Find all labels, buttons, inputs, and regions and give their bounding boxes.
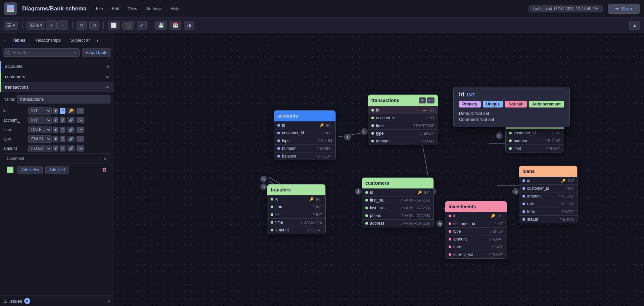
sidebar-item-accounts[interactable]: accounts	[0, 61, 114, 72]
delete-table-btn[interactable]: 🗑	[102, 167, 107, 173]
tab-relationships[interactable]: Relationships	[31, 36, 65, 45]
redo-btn[interactable]: ↻	[89, 21, 99, 30]
field-key-account[interactable]: 🔗	[67, 117, 75, 123]
field-trans2-time[interactable]: time ? DATETIME	[267, 218, 325, 226]
field-key-time[interactable]: 🔗	[67, 127, 75, 133]
field-type-type[interactable]: ENUM	[28, 135, 52, 143]
field-inv-id[interactable]: id 🔑 INT	[445, 212, 507, 220]
connect-tool-btn[interactable]: ⤢	[137, 21, 147, 30]
field-loan-amount[interactable]: amount ? FLOAT	[519, 192, 577, 200]
field-more-type[interactable]: ⋯	[77, 136, 84, 142]
table-loans[interactable]: loans id 🔑 INT customer_id ? INT amount …	[519, 166, 578, 223]
field-dropdown-account[interactable]: ▾	[53, 117, 58, 123]
menu-edit[interactable]: Edit	[110, 5, 121, 12]
field-partial-customer_id[interactable]: customer_id ? INT	[506, 129, 564, 137]
field-dropdown-id[interactable]: ▾	[53, 108, 58, 114]
table-accounts[interactable]: accounts id 🔑 INT customer_id ? INT type…	[274, 110, 336, 160]
badge-unique[interactable]: Unique	[483, 101, 503, 107]
table-transfers[interactable]: transfers id 🔑 INT from ? INT to ? INT t…	[267, 184, 326, 234]
sidebar-item-transactions[interactable]: transactions	[0, 82, 114, 92]
collapse-btn[interactable]: ▲	[629, 21, 640, 30]
field-trans2-id[interactable]: id 🔑 INT	[267, 195, 325, 203]
field-inv-customer_id[interactable]: customer_id ? INT	[445, 220, 507, 227]
field-cust-firstname[interactable]: first_na... ? VARCHAR(255)	[362, 196, 433, 204]
zoom-value-btn[interactable]: 82% ▾	[27, 21, 45, 30]
field-trans2-to[interactable]: to ? INT	[267, 211, 325, 218]
field-type-id[interactable]: INT	[28, 107, 52, 115]
badge-autoincrement[interactable]: Autoincrement	[529, 101, 564, 107]
field-trans-amount[interactable]: amount ? FLOAT	[368, 137, 438, 145]
field-more-id[interactable]: ⋯	[77, 108, 84, 114]
field-key-id[interactable]: 🔑	[67, 108, 75, 114]
canvas[interactable]: 1 n n n 1 1 n n n accounts id 🔑 INT cust…	[114, 33, 644, 306]
field-loan-customer_id[interactable]: customer_id ? INT	[519, 184, 577, 192]
select-tool-btn[interactable]: ⬜	[108, 21, 120, 30]
field-dropdown-time[interactable]: ▾	[53, 127, 58, 133]
field-inv-currentval[interactable]: current_val ? FLOAT	[445, 251, 507, 258]
field-loan-rate[interactable]: rate ? FLOAT	[519, 200, 577, 208]
field-type-amount[interactable]: FLOAT	[28, 145, 52, 152]
field-more-time[interactable]: ⋯	[77, 127, 84, 133]
field-accounts-number[interactable]: number ? BIGINT	[274, 144, 335, 152]
add-table-button[interactable]: + Add table	[82, 48, 111, 57]
zoom-out-btn[interactable]: －	[57, 20, 68, 30]
share-button[interactable]: Share	[608, 4, 640, 14]
field-accounts-id[interactable]: id 🔑 INT	[274, 121, 335, 129]
field-partial-number[interactable]: number ? BIGINT	[506, 137, 564, 144]
toolbar-menu-btn[interactable]: ☰ ▾	[4, 21, 18, 30]
field-loan-id[interactable]: id 🔑 INT	[519, 177, 577, 184]
issues-bar[interactable]: ⚠ Issues 0	[0, 296, 114, 306]
field-q-account[interactable]: ?	[60, 117, 65, 123]
field-trans-account_id[interactable]: account_id ? INT	[368, 114, 438, 122]
field-key-type[interactable]: 🔗	[67, 136, 75, 142]
search-dropdown-icon[interactable]	[74, 51, 77, 54]
save-btn[interactable]: 💾	[155, 21, 167, 30]
edit-transactions-btn[interactable]: ✏	[419, 97, 426, 103]
field-trans2-amount[interactable]: amount ? FLOAT	[267, 226, 325, 234]
field-cust-lastname[interactable]: last_na... ? VARCHAR(255)	[362, 204, 433, 212]
contrast-btn[interactable]: ◑	[184, 21, 194, 30]
field-q-id[interactable]: ?	[60, 108, 65, 114]
tab-subject[interactable]: Subject ar	[66, 36, 94, 45]
field-cust-address[interactable]: address ? VARCHAR(255)	[362, 219, 433, 227]
menu-help[interactable]: Help	[169, 5, 181, 12]
comment-section[interactable]: Comment	[3, 153, 110, 164]
field-q-time[interactable]: ?	[60, 127, 65, 133]
table-investments[interactable]: investments id 🔑 INT customer_id ? INT t…	[445, 201, 507, 259]
field-trans-id[interactable]: id — INT	[368, 106, 438, 114]
field-more-amount[interactable]: ⋯	[77, 145, 84, 151]
menu-file[interactable]: File	[95, 5, 104, 12]
add-field-btn[interactable]: Add field	[45, 166, 68, 174]
more-transactions-btn[interactable]: ⋯	[427, 97, 434, 103]
field-inv-date[interactable]: date ? DATE	[445, 243, 507, 251]
field-trans-type[interactable]: type ? ENUM	[368, 129, 438, 137]
field-trans-time[interactable]: time ? DATETIME	[368, 122, 438, 129]
field-key-amount[interactable]: 🔗	[67, 145, 75, 151]
field-type-account[interactable]: INT	[28, 117, 52, 124]
calendar-btn[interactable]: 📅	[170, 21, 181, 30]
field-dropdown-amount[interactable]: ▾	[53, 145, 58, 151]
tab-tables[interactable]: Tables	[8, 36, 29, 45]
table-transactions[interactable]: transactions ✏ ⋯ id — INT account_id ? I…	[368, 94, 438, 145]
sidebar-item-customers[interactable]: customers	[0, 72, 114, 82]
menu-settings[interactable]: Settings	[145, 5, 163, 12]
table-customers[interactable]: customers id 🔑 INT first_na... ? VARCHAR…	[362, 177, 434, 227]
undo-btn[interactable]: ↺	[77, 21, 87, 30]
field-q-type[interactable]: ?	[60, 136, 65, 142]
sidebar-next[interactable]: ›	[95, 38, 100, 44]
search-input[interactable]	[12, 50, 72, 55]
field-dropdown-type[interactable]: ▾	[53, 136, 58, 142]
field-partial-limit[interactable]: limit ? FLOAT	[506, 144, 564, 152]
field-inv-amount[interactable]: amount ? FLOAT	[445, 235, 507, 243]
field-loan-status[interactable]: status ? ENUM	[519, 215, 577, 223]
table-name-input[interactable]	[17, 95, 110, 103]
frame-tool-btn[interactable]: ⬛	[122, 21, 134, 30]
menu-view[interactable]: View	[127, 5, 139, 12]
add-index-btn[interactable]: Add index	[17, 166, 43, 174]
zoom-in-btn[interactable]: ＋	[46, 20, 57, 30]
badge-primary[interactable]: Primary	[459, 101, 481, 107]
badge-notnull[interactable]: Not null	[505, 101, 527, 107]
field-cust-id[interactable]: id 🔑 INT	[362, 188, 433, 196]
field-accounts-type[interactable]: type ? ENUM	[274, 137, 335, 144]
field-q-amount[interactable]: ?	[60, 145, 65, 151]
